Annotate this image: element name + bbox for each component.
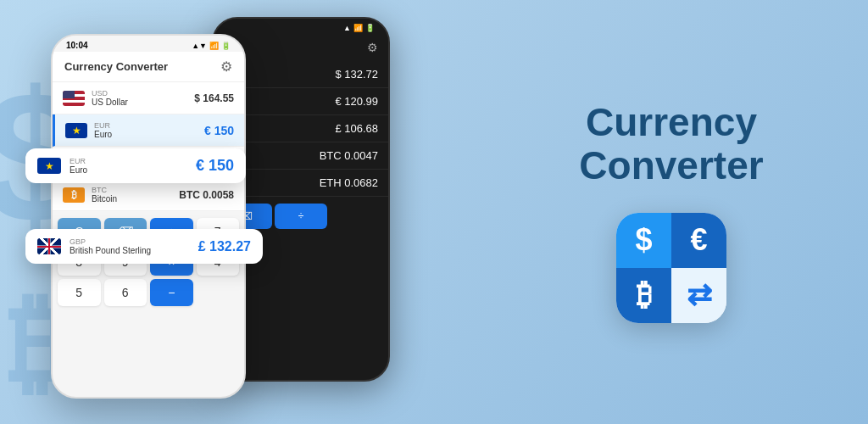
- icon-dollar: $: [616, 213, 671, 268]
- currency-value-gbp: £ 132.27: [198, 239, 251, 254]
- settings-icon-dark[interactable]: ⚙: [367, 41, 378, 54]
- key-minus[interactable]: −: [150, 279, 193, 306]
- right-area: Currency Converter $ € ₿ ⇄: [475, 0, 868, 424]
- phones-area: ▲ 📶 🔋 ⚙ $ 132.72 € 120.99 £ 106.68 BTC 0…: [0, 0, 475, 424]
- currency-name-btc: Bitcoin: [92, 194, 179, 204]
- currency-code-btc: BTC: [92, 186, 179, 194]
- status-icons-light: ▲▼ 📶 🔋: [192, 42, 231, 50]
- back-value-1: $ 132.72: [335, 68, 378, 81]
- flag-btc: ₿: [63, 187, 85, 203]
- flag-eur-float: ★: [37, 158, 61, 174]
- heading-line1: Currency: [579, 101, 763, 144]
- app-title: Currency Converter: [64, 60, 168, 73]
- currency-value-eur-float: € 150: [196, 157, 234, 175]
- currency-row-usd[interactable]: USD US Dollar $ 164.55: [53, 82, 244, 114]
- flag-eur: ★: [65, 123, 87, 138]
- back-value-2: € 120.99: [335, 95, 378, 108]
- currency-value-eur: € 150: [204, 124, 234, 137]
- currency-code-eur-float: EUR: [70, 157, 196, 165]
- back-value-5: ETH 0.0682: [320, 176, 378, 189]
- app-icon: $ € ₿ ⇄: [616, 213, 726, 323]
- flag-gbp: [37, 238, 61, 254]
- gbp-floating-card[interactable]: GBP British Pound Sterling £ 132.27: [25, 229, 263, 264]
- currency-info-gbp: GBP British Pound Sterling: [70, 237, 198, 255]
- currency-info-btc: BTC Bitcoin: [92, 186, 179, 204]
- back-value-4: BTC 0.0047: [320, 149, 378, 162]
- currency-row-btc[interactable]: ₿ BTC Bitcoin BTC 0.0058: [53, 179, 244, 211]
- flag-usd: [63, 91, 85, 106]
- phone-front: 10:04 ▲▼ 📶 🔋 Currency Converter ⚙ USD US: [51, 34, 246, 399]
- currency-code-gbp: GBP: [70, 237, 198, 246]
- icon-bitcoin: ₿: [616, 268, 671, 323]
- app-heading: Currency Converter: [579, 101, 763, 187]
- icon-arrows: ⇄: [671, 268, 726, 323]
- status-icons-dark: ▲ 📶 🔋: [343, 24, 375, 32]
- currency-value-btc: BTC 0.0058: [179, 189, 234, 201]
- currency-info-eur-float: EUR Euro: [70, 157, 196, 175]
- heading-line2: Converter: [579, 144, 763, 187]
- status-bar-dark: ▲ 📶 🔋: [214, 19, 388, 34]
- back-key-divide[interactable]: ÷: [275, 204, 328, 229]
- currency-info-eur: EUR Euro: [94, 121, 204, 139]
- main-layout: ▲ 📶 🔋 ⚙ $ 132.72 € 120.99 £ 106.68 BTC 0…: [0, 0, 868, 424]
- icon-euro: €: [671, 213, 726, 268]
- currency-code-eur: EUR: [94, 121, 204, 130]
- currency-info-usd: USD US Dollar: [92, 89, 194, 107]
- currency-name-eur: Euro: [94, 130, 204, 139]
- currency-name-gbp: British Pound Sterling: [70, 246, 198, 255]
- app-header: Currency Converter ⚙: [53, 52, 244, 82]
- key-6[interactable]: 6: [104, 279, 147, 306]
- key-5[interactable]: 5: [58, 279, 101, 306]
- currency-value-usd: $ 164.55: [194, 92, 234, 104]
- settings-icon-light[interactable]: ⚙: [220, 59, 232, 75]
- eur-floating-card[interactable]: ★ EUR Euro € 150: [25, 148, 246, 183]
- status-bar-light: 10:04 ▲▼ 📶 🔋: [53, 36, 244, 52]
- currency-row-eur[interactable]: ★ EUR Euro € 150: [53, 114, 244, 147]
- currency-list: USD US Dollar $ 164.55 ★ EUR Euro € 150: [53, 82, 244, 211]
- back-value-3: £ 106.68: [335, 122, 378, 135]
- currency-name-usd: US Dollar: [92, 98, 194, 107]
- currency-name-eur-float: Euro: [70, 165, 196, 175]
- time-light: 10:04: [66, 41, 88, 50]
- currency-code-usd: USD: [92, 89, 194, 98]
